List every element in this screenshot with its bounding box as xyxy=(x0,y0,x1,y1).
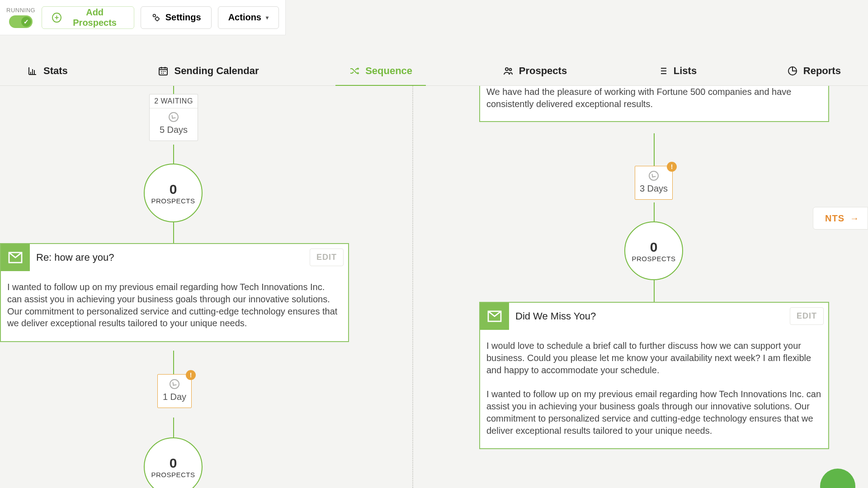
prospect-count: 0 xyxy=(170,455,177,471)
email-subject: Did We Miss You? xyxy=(509,310,828,322)
help-fab[interactable] xyxy=(820,469,855,488)
branch-divider xyxy=(412,86,413,488)
tab-prospects-label: Prospects xyxy=(519,65,567,77)
tab-lists-label: Lists xyxy=(674,65,697,77)
email-subject: Re: how are you? xyxy=(30,252,348,263)
wait-node[interactable]: 3 Days ! xyxy=(635,166,673,200)
svg-point-4 xyxy=(509,68,511,70)
plus-circle-icon: + xyxy=(52,13,61,23)
wait-node[interactable]: 1 Day ! xyxy=(157,374,192,408)
settings-label: Settings xyxy=(165,12,201,23)
prospect-node[interactable]: 0 PROSPECTS xyxy=(144,437,203,488)
alert-icon: ! xyxy=(186,370,196,380)
clock-icon xyxy=(169,112,179,122)
email-body: We have had the pleasure of working with… xyxy=(480,86,828,121)
tab-stats[interactable]: Stats xyxy=(27,65,68,85)
bar-chart-icon xyxy=(27,66,38,76)
email-step-card-partial[interactable]: We have had the pleasure of working with… xyxy=(479,86,829,122)
tab-sequence[interactable]: Sequence xyxy=(349,65,412,85)
tab-sequence-label: Sequence xyxy=(365,65,412,77)
prospect-count: 0 xyxy=(650,239,658,255)
email-step-card[interactable]: Re: how are you? EDIT I wanted to follow… xyxy=(0,243,349,342)
connector-line xyxy=(654,133,655,166)
ents-label: NTS xyxy=(825,213,844,224)
email-body: I wanted to follow up on my previous ema… xyxy=(1,271,348,341)
events-pill-fragment[interactable]: NTS → xyxy=(813,207,868,230)
add-prospects-button[interactable]: + Add Prospects xyxy=(42,6,134,29)
wait-duration: 5 Days xyxy=(160,125,188,135)
svg-point-1 xyxy=(153,14,156,17)
envelope-icon xyxy=(480,303,509,330)
prospect-label: PROSPECTS xyxy=(151,197,195,205)
clock-icon xyxy=(170,379,179,389)
sequence-canvas[interactable]: 2 WAITING 5 Days 0 PROSPECTS Re: how are… xyxy=(0,86,868,488)
gear-icon xyxy=(151,13,161,23)
chevron-down-icon: ▾ xyxy=(266,14,269,21)
tab-stats-label: Stats xyxy=(43,65,68,77)
prospect-node[interactable]: 0 PROSPECTS xyxy=(624,221,683,280)
prospect-label: PROSPECTS xyxy=(151,471,195,479)
actions-label: Actions xyxy=(228,12,261,23)
arrow-right-icon: → xyxy=(850,213,859,224)
running-toggle[interactable] xyxy=(9,15,33,28)
edit-button[interactable]: EDIT xyxy=(310,249,344,266)
email-card-header: Did We Miss You? EDIT xyxy=(480,303,828,330)
svg-point-0 xyxy=(156,17,159,20)
connector-line xyxy=(173,351,174,374)
tab-sending-calendar-label: Sending Calendar xyxy=(174,65,259,77)
wait-node[interactable]: 2 WAITING 5 Days xyxy=(149,94,198,141)
tab-prospects[interactable]: Prospects xyxy=(503,65,567,85)
users-icon xyxy=(503,66,514,76)
list-icon xyxy=(657,66,668,76)
clock-icon xyxy=(649,171,659,181)
actions-button[interactable]: Actions ▾ xyxy=(218,6,279,29)
email-card-header: Re: how are you? EDIT xyxy=(1,244,348,271)
email-body: I would love to schedule a brief call to… xyxy=(480,330,828,448)
email-step-card[interactable]: Did We Miss You? EDIT I would love to sc… xyxy=(479,302,829,449)
tab-reports[interactable]: Reports xyxy=(787,65,841,85)
prospect-node[interactable]: 0 PROSPECTS xyxy=(144,164,203,222)
connector-line xyxy=(173,86,174,94)
tab-sending-calendar[interactable]: Sending Calendar xyxy=(158,65,259,85)
svg-point-3 xyxy=(505,68,508,70)
alert-icon: ! xyxy=(667,162,677,172)
connector-line xyxy=(654,280,655,302)
wait-duration: 3 Days xyxy=(640,183,668,193)
tab-lists[interactable]: Lists xyxy=(657,65,697,85)
connector-line xyxy=(173,222,174,243)
add-prospects-label: Add Prospects xyxy=(66,7,124,28)
connector-line xyxy=(173,418,174,437)
wait-duration: 1 Day xyxy=(163,392,186,402)
settings-button[interactable]: Settings xyxy=(141,6,212,29)
connector-line xyxy=(173,145,174,164)
shuffle-icon xyxy=(349,66,360,76)
prospect-label: PROSPECTS xyxy=(632,255,675,263)
campaign-toolbar: RUNNING + Add Prospects Settings Actions… xyxy=(0,0,286,35)
nav-tabs: Stats Sending Calendar Sequence Prospect… xyxy=(0,52,868,86)
waiting-count: 2 WAITING xyxy=(150,94,198,108)
prospect-count: 0 xyxy=(170,182,177,197)
running-label: RUNNING xyxy=(6,7,35,14)
pie-chart-icon xyxy=(787,66,798,76)
running-status: RUNNING xyxy=(6,7,35,28)
envelope-icon xyxy=(1,244,30,271)
edit-button[interactable]: EDIT xyxy=(790,307,824,325)
calendar-icon xyxy=(158,66,169,76)
connector-line xyxy=(654,202,655,221)
tab-reports-label: Reports xyxy=(803,65,841,77)
